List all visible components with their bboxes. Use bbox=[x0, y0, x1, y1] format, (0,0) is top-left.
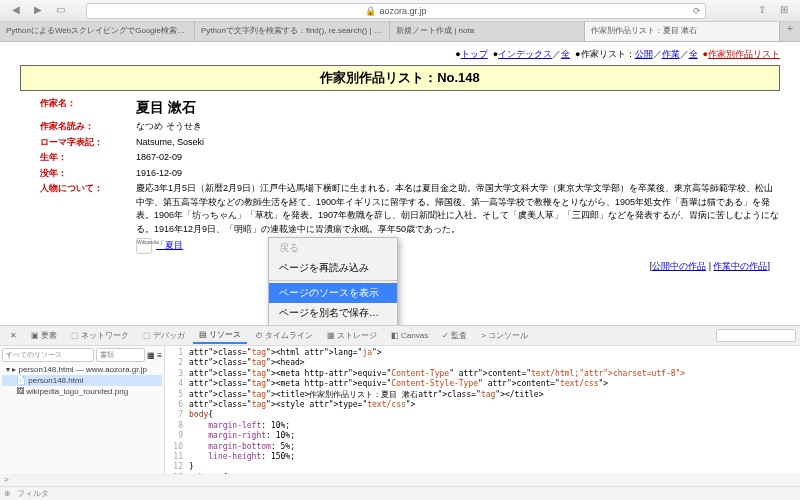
author-birth: 1867-02-09 bbox=[136, 151, 780, 165]
devtab-network[interactable]: ⬚ ネットワーク bbox=[65, 328, 135, 343]
top-nav: ●トップ ●インデックス／全 ●作家リスト：公開／作業／全 ●作家別作品リスト bbox=[20, 48, 780, 61]
ctx-sep1 bbox=[269, 280, 397, 281]
death-label: 没年： bbox=[40, 167, 130, 181]
grid-icon[interactable]: ▦ bbox=[147, 351, 155, 360]
nav-work[interactable]: 作業 bbox=[662, 49, 680, 59]
address-bar[interactable]: 🔒 aozora.gr.jp ⟳ bbox=[86, 3, 706, 19]
filter-icon[interactable]: ⊕ bbox=[4, 489, 11, 498]
published-works-link[interactable]: 公開中の作品 bbox=[652, 261, 706, 271]
nav-author-works[interactable]: 作家別作品リスト bbox=[708, 49, 780, 59]
devtools-footer: ⊕ フィルタ bbox=[0, 486, 800, 500]
yomi-label: 作家名読み： bbox=[40, 120, 130, 134]
author-name: 夏目 漱石 bbox=[136, 97, 780, 118]
ctx-back[interactable]: 戻る bbox=[269, 238, 397, 258]
wikipedia-icon: Wikipedia bbox=[136, 238, 152, 254]
nav-index[interactable]: インデックス bbox=[498, 49, 552, 59]
devtab-elements[interactable]: ▣ 要素 bbox=[25, 328, 63, 343]
devtab-debugger[interactable]: ⬚ デバッガ bbox=[137, 328, 191, 343]
nav-all1[interactable]: 全 bbox=[561, 49, 570, 59]
nav-top[interactable]: トップ bbox=[461, 49, 488, 59]
new-tab-button[interactable]: + bbox=[780, 22, 800, 41]
author-bio: 慶応3年1月5日（新暦2月9日）江戸牛込馬場下横町に生まれる。本名は夏目金之助。… bbox=[136, 182, 780, 254]
birth-label: 生年： bbox=[40, 151, 130, 165]
forward-button[interactable]: ▶ bbox=[30, 4, 46, 18]
tree-file-png[interactable]: 🖼 wikipedia_logo_rounded.png bbox=[2, 386, 162, 397]
back-button[interactable]: ◀ bbox=[8, 4, 24, 18]
share-button[interactable]: ⇪ bbox=[754, 4, 770, 18]
author-info: 作家名： 夏目 漱石 作家名読み： なつめ そうせき ローマ字表記： Natsu… bbox=[40, 97, 780, 254]
resource-filter-docs[interactable]: 書類 bbox=[96, 348, 146, 362]
ctx-reload[interactable]: ページを再読み込み bbox=[269, 258, 397, 278]
author-roma: Natsume, Soseki bbox=[136, 136, 780, 150]
tab-strip: PythonによるWebスクレイピングでGoogle検索の結果から、アフィリ… … bbox=[0, 22, 800, 42]
source-viewer[interactable]: 1attr">class="tag"><html attr">lang="ja"… bbox=[165, 346, 800, 474]
nav-public[interactable]: 公開 bbox=[635, 49, 653, 59]
browser-toolbar: ◀ ▶ ▭ 🔒 aozora.gr.jp ⟳ ⇪ ⊞ bbox=[0, 0, 800, 22]
tab-3[interactable]: 作家別作品リスト：夏目 漱石 bbox=[585, 22, 780, 41]
author-yomi: なつめ そうせき bbox=[136, 120, 780, 134]
tab-2[interactable]: 新規ノート作成 | nota bbox=[390, 22, 585, 41]
devtools-crumb[interactable]: > bbox=[0, 474, 800, 486]
devtools-panel: ✕ ▣ 要素 ⬚ ネットワーク ⬚ デバッガ ▤ リソース ⏱ タイムライン ▦… bbox=[0, 325, 800, 500]
about-label: 人物について： bbox=[40, 182, 130, 254]
lock-icon: 🔒 bbox=[365, 6, 376, 16]
wikipedia-link[interactable]: 「「夏目夏目 bbox=[156, 239, 183, 253]
devtools-tabs: ✕ ▣ 要素 ⬚ ネットワーク ⬚ デバッガ ▤ リソース ⏱ タイムライン ▦… bbox=[0, 326, 800, 346]
page-content: ●トップ ●インデックス／全 ●作家リスト：公開／作業／全 ●作家別作品リスト … bbox=[0, 42, 800, 325]
devtab-timeline[interactable]: ⏱ タイムライン bbox=[249, 328, 319, 343]
context-menu: 戻る ページを再読み込み ページのソースを表示 ページを別名で保存… ページをプ… bbox=[268, 237, 398, 325]
footer-filter-label: フィルタ bbox=[17, 488, 49, 499]
tab-1[interactable]: Pythonで文字列を検索する：find(), re.search() | UX… bbox=[195, 22, 390, 41]
devtab-close[interactable]: ✕ bbox=[4, 329, 23, 342]
tree-folder[interactable]: ▾ ▸ person148.html — www.aozora.gr.jp bbox=[2, 364, 162, 375]
devtab-resources[interactable]: ▤ リソース bbox=[193, 327, 247, 344]
ctx-print[interactable]: ページをプリント… bbox=[269, 323, 397, 325]
sidebar-button[interactable]: ▭ bbox=[52, 4, 68, 18]
tab-0[interactable]: PythonによるWebスクレイピングでGoogle検索の結果から、アフィリ… bbox=[0, 22, 195, 41]
list-icon[interactable]: ≡ bbox=[157, 351, 162, 360]
devtools-sidebar: すべてのリソース 書類 ▦ ≡ ▾ ▸ person148.html — www… bbox=[0, 346, 165, 474]
devtab-console[interactable]: > コンソール bbox=[475, 328, 534, 343]
tabs-button[interactable]: ⊞ bbox=[776, 4, 792, 18]
devtools-search[interactable] bbox=[716, 329, 796, 342]
roma-label: ローマ字表記： bbox=[40, 136, 130, 150]
author-death: 1916-12-09 bbox=[136, 167, 780, 181]
inprogress-works-link[interactable]: 作業中の作品 bbox=[713, 261, 767, 271]
devtab-storage[interactable]: ▦ ストレージ bbox=[321, 328, 383, 343]
name-label: 作家名： bbox=[40, 97, 130, 118]
nav-all2[interactable]: 全 bbox=[689, 49, 698, 59]
devtab-audit[interactable]: ✓ 監査 bbox=[436, 328, 473, 343]
ctx-view-source[interactable]: ページのソースを表示 bbox=[269, 283, 397, 303]
devtab-canvas[interactable]: ◧ Canvas bbox=[385, 329, 434, 342]
page-title: 作家別作品リスト：No.148 bbox=[20, 65, 780, 91]
resource-filter-all[interactable]: すべてのリソース bbox=[2, 348, 94, 362]
reload-icon[interactable]: ⟳ bbox=[693, 6, 701, 16]
url-text: aozora.gr.jp bbox=[379, 6, 426, 16]
tree-file-html[interactable]: 📄 person148.html bbox=[2, 375, 162, 386]
ctx-save-as[interactable]: ページを別名で保存… bbox=[269, 303, 397, 323]
